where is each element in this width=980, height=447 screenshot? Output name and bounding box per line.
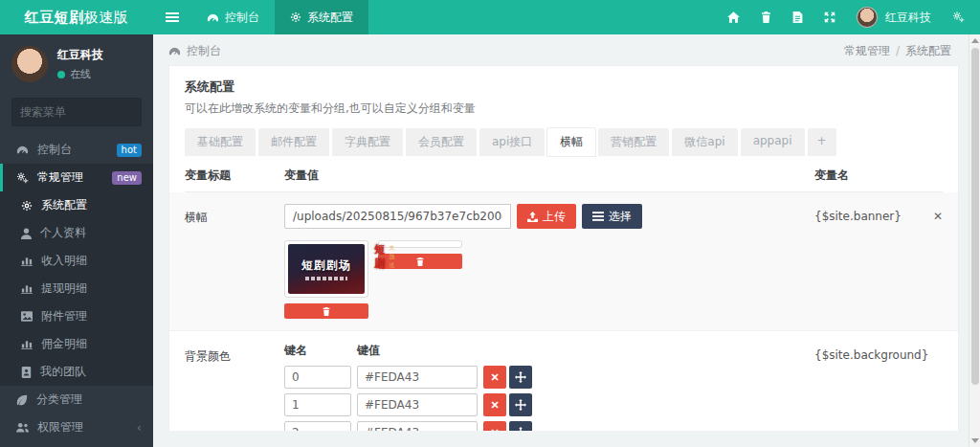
sidebar-item-label: 个人资料 [40, 225, 142, 241]
breadcrumb: 控制台 常规管理 / 系统配置 [153, 34, 980, 61]
sidebar-item-category-management[interactable]: 分类管理 [0, 386, 153, 413]
trash-icon [416, 257, 424, 266]
delete-banner-1-button[interactable] [284, 303, 368, 319]
key-input[interactable] [284, 421, 351, 431]
topnav-tab-label: 系统配置 [307, 10, 353, 26]
delete-variable-icon[interactable]: ✕ [927, 204, 943, 223]
sidebar-item-dashboard[interactable]: 控制台 hot [0, 136, 153, 164]
topnav-tab-dashboard[interactable]: 控制台 [191, 0, 275, 34]
fullscreen-button[interactable] [824, 11, 835, 23]
app-logo[interactable]: 红豆短剧极速版 [0, 0, 153, 34]
sidebar-avatar [11, 46, 48, 82]
chevron-left-icon: ‹ [137, 420, 142, 435]
home-button[interactable] [727, 11, 740, 23]
row-background-color: 背景颜色 键名 键值 ✕ ✕ [185, 331, 943, 431]
value-input[interactable] [357, 366, 478, 389]
trash-icon [323, 307, 330, 316]
tab-banner[interactable]: 横幅 [547, 128, 595, 156]
tab-wechat-api[interactable]: 微信api [672, 128, 737, 156]
banner-1-tagline [305, 277, 347, 280]
tab-appapi[interactable]: appapi [741, 128, 805, 156]
sidebar-item-system-config[interactable]: 系统配置 [0, 191, 153, 219]
sidebar-item-label: 附件管理 [41, 308, 142, 324]
row-label: 横幅 [185, 204, 284, 226]
breadcrumb-home[interactable]: 控制台 [187, 43, 221, 59]
sidebar-user-panel[interactable]: 红豆科技 在线 [0, 34, 153, 92]
log-button[interactable] [792, 11, 803, 23]
banner-thumbnails: 短剧剧场 短剧 [284, 240, 814, 319]
tab-basic-config[interactable]: 基础配置 [185, 128, 256, 156]
user-menu[interactable]: 红豆科技 [857, 7, 931, 28]
online-status: 在线 [70, 67, 91, 81]
choose-button[interactable]: 选择 [582, 204, 642, 229]
kv-row: ✕ [284, 366, 814, 389]
sidebar-username: 红豆科技 [57, 47, 103, 63]
key-header: 键名 [284, 343, 357, 359]
topnav-tab-system-config[interactable]: 系统配置 [275, 0, 368, 34]
value-input[interactable] [357, 393, 478, 416]
hamburger-icon [166, 11, 179, 23]
leaf-icon [16, 394, 28, 406]
sidebar-item-attachment-management[interactable]: 附件管理 [0, 302, 153, 330]
sidebar-item-income-detail[interactable]: 收入明细 [0, 247, 153, 275]
bar-chart-icon [21, 339, 33, 349]
sidebar-item-member-management[interactable]: 会员管理 ‹ [0, 441, 153, 447]
breadcrumb-page: 系统配置 [905, 43, 951, 59]
clear-cache-button[interactable] [761, 11, 771, 23]
tab-api[interactable]: api接口 [479, 128, 545, 156]
tab-marketing-config[interactable]: 营销配置 [598, 128, 669, 156]
sidebar-item-label: 系统配置 [41, 197, 142, 213]
address-book-icon [21, 367, 32, 378]
sidebar-item-withdraw-detail[interactable]: 提现明细 [0, 275, 153, 302]
sidebar-item-general-management[interactable]: 常规管理 new [0, 164, 153, 191]
remove-pair-button[interactable]: ✕ [483, 421, 506, 431]
settings-button[interactable] [952, 11, 965, 23]
user-icon [21, 228, 32, 239]
online-dot [57, 71, 65, 78]
tab-mail-config[interactable]: 邮件配置 [258, 128, 329, 156]
sidebar-item-commission-detail[interactable]: 佣金明细 [0, 330, 153, 358]
value-input[interactable] [357, 421, 478, 431]
kv-row: ✕ [284, 421, 814, 431]
tab-add-group[interactable]: + [808, 128, 836, 156]
document-icon [792, 11, 803, 23]
banner-path-input[interactable] [284, 204, 511, 229]
main-content: 控制台 常规管理 / 系统配置 系统配置 可以在此增改系统的变量和分组,也可以自… [153, 34, 980, 447]
upload-icon [527, 212, 538, 222]
key-input[interactable] [284, 366, 351, 389]
sidebar-toggle-button[interactable] [153, 0, 191, 34]
scroll-down-arrow[interactable] [971, 438, 979, 443]
trash-icon [761, 11, 771, 23]
remove-pair-button[interactable]: ✕ [483, 366, 506, 389]
menu-search[interactable] [11, 98, 142, 126]
banner-input-group: 上传 选择 [284, 204, 814, 229]
upload-button[interactable]: 上传 [517, 204, 576, 229]
scrollbar-thumb[interactable] [971, 48, 979, 385]
sidebar: 红豆科技 在线 控制台 hot 常规管理 new 系统配置 个人资料 [0, 34, 153, 447]
panel-title: 系统配置 [185, 78, 943, 96]
tab-member-config[interactable]: 会员配置 [406, 128, 477, 156]
banner-image-1[interactable]: 短剧剧场 [288, 244, 365, 294]
gear-icon [21, 200, 33, 212]
move-pair-button[interactable] [509, 366, 532, 389]
remove-pair-button[interactable]: ✕ [483, 393, 506, 416]
value-header: 键值 [357, 343, 380, 359]
breadcrumb-section[interactable]: 常规管理 [844, 43, 890, 59]
move-icon [515, 427, 526, 431]
row-banner: 横幅 上传 选择 [169, 192, 958, 331]
tab-dictionary-config[interactable]: 字典配置 [332, 128, 403, 156]
top-bar: 红豆短剧极速版 控制台 系统配置 红豆科技 [0, 0, 980, 34]
sidebar-item-profile[interactable]: 个人资料 [0, 219, 153, 247]
sidebar-item-my-team[interactable]: 我的团队 [0, 358, 153, 386]
kv-row: ✕ [284, 393, 814, 416]
sidebar-item-permission-management[interactable]: 权限管理 ‹ [0, 413, 153, 441]
menu-search-input[interactable] [20, 105, 164, 119]
move-pair-button[interactable] [509, 393, 532, 416]
vertical-scrollbar[interactable] [969, 34, 980, 447]
move-pair-button[interactable] [509, 421, 532, 431]
scroll-up-arrow[interactable] [971, 38, 979, 43]
config-tabs: 基础配置 邮件配置 字典配置 会员配置 api接口 横幅 营销配置 微信api … [185, 128, 943, 156]
topnav-tabs: 控制台 系统配置 [191, 0, 368, 34]
sidebar-item-label: 控制台 [37, 142, 108, 158]
key-input[interactable] [284, 393, 351, 416]
